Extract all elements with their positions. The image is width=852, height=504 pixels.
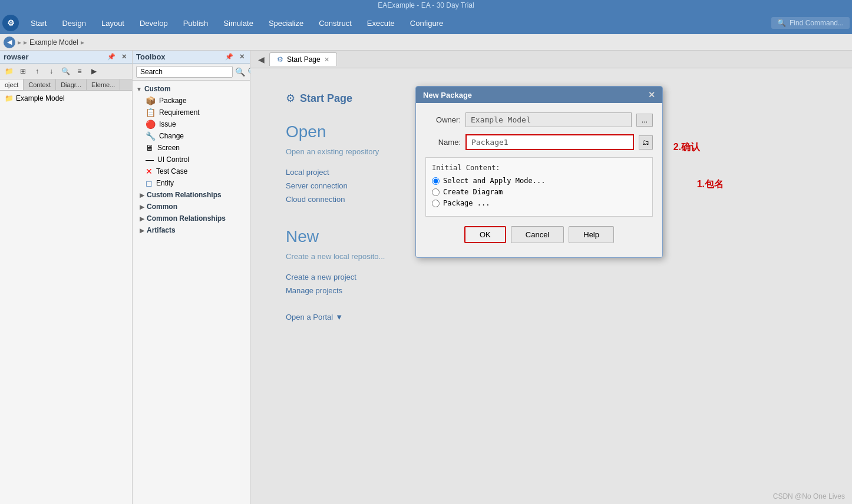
- owner-browse-button[interactable]: ...: [636, 114, 653, 127]
- toolbox-item-testcase-label: Test Case: [156, 167, 187, 175]
- dialog-buttons: OK Cancel Help: [425, 224, 653, 248]
- radio-select-apply-input[interactable]: [432, 177, 440, 185]
- breadcrumb-model[interactable]: Example Model: [29, 38, 78, 47]
- browser-tab-project[interactable]: oject: [0, 79, 24, 90]
- toolbox-item-package[interactable]: 📦 Package: [135, 95, 247, 107]
- section-artifacts-arrow: ▶: [140, 227, 144, 234]
- dialog-cancel-button[interactable]: Cancel: [511, 226, 564, 243]
- tree-item-example-model[interactable]: 📁 Example Model: [2, 93, 130, 104]
- testcase-icon: ✕: [146, 167, 153, 176]
- toolbar-more-btn[interactable]: ▶: [87, 65, 100, 78]
- dialog-help-button[interactable]: Help: [569, 226, 614, 243]
- menu-start[interactable]: Start: [24, 16, 54, 30]
- menu-configure[interactable]: Configure: [403, 16, 450, 30]
- toolbar-down-btn[interactable]: ↓: [45, 65, 58, 78]
- radio-select-apply-label: Select and Apply Mode...: [443, 177, 545, 185]
- menu-design[interactable]: Design: [55, 16, 93, 30]
- toolbox-item-testcase[interactable]: ✕ Test Case: [135, 165, 247, 177]
- toolbox-close-btn[interactable]: ✕: [237, 52, 246, 61]
- section-common-arrow: ▶: [140, 204, 144, 210]
- new-package-dialog: New Package ✕ Owner: ... Name:: [415, 86, 663, 258]
- dialog-ok-button[interactable]: OK: [464, 226, 506, 243]
- browser-tab-context[interactable]: Context: [24, 79, 56, 90]
- annotation-step2: 2.确认: [673, 141, 700, 154]
- browser-panel: rowser 📌 ✕ 📁 ⊞ ↑ ↓ 🔍 ≡ ▶ oject Context D…: [0, 51, 133, 504]
- owner-field: Owner: ...: [425, 112, 653, 127]
- toolbox-item-uicontrol-label: UI Control: [157, 155, 189, 164]
- dialog-body: Owner: ... Name: 🗂 1.包名: [416, 103, 662, 257]
- tab-arrow-left[interactable]: ◀: [254, 52, 268, 67]
- tab-start-page-label: Start Page: [287, 55, 321, 64]
- breadcrumb-bar: ◀ ▸ ▸ Example Model ▸: [0, 34, 852, 51]
- toolbox-section-common-rel[interactable]: ▶ Common Relationships: [135, 213, 247, 224]
- app-title: EAExample - EA - 30 Day Trial: [378, 1, 474, 9]
- browser-close-btn[interactable]: ✕: [120, 52, 128, 61]
- toolbox-item-issue[interactable]: 🔴 Issue: [135, 118, 247, 130]
- tab-start-page[interactable]: ⚙ Start Page ✕: [269, 52, 337, 66]
- browser-toolbar: 📁 ⊞ ↑ ↓ 🔍 ≡ ▶: [0, 64, 132, 79]
- radio-package-label: Package ...: [443, 199, 490, 207]
- browser-tab-eleme[interactable]: Eleme...: [87, 79, 120, 90]
- toolbox-item-requirement-label: Requirement: [159, 108, 200, 117]
- tree-item-label: Example Model: [16, 94, 65, 102]
- radio-create-diagram-input[interactable]: [432, 188, 440, 196]
- content-area: ◀ ⚙ Start Page ✕ ⚙ Start Page Open Open …: [250, 51, 852, 504]
- toolbox-section-custom[interactable]: ▼ Custom: [135, 83, 247, 95]
- menu-publish[interactable]: Publish: [176, 16, 216, 30]
- section-common-rel-label: Common Relationships: [147, 214, 226, 223]
- requirement-icon: 📋: [146, 108, 156, 117]
- toolbar-grid-btn[interactable]: ⊞: [16, 65, 29, 78]
- radio-package[interactable]: Package ...: [432, 199, 646, 207]
- browser-tab-diagr[interactable]: Diagr...: [56, 79, 87, 90]
- title-bar: EAExample - EA - 30 Day Trial: [0, 0, 852, 12]
- radio-package-input[interactable]: [432, 200, 440, 207]
- dialog-close-btn[interactable]: ✕: [648, 90, 655, 100]
- section-custom-rel-label: Custom Relationships: [147, 191, 222, 199]
- section-custom-arrow: ▼: [136, 86, 142, 92]
- toolbox-panel: Toolbox 📌 ✕ 🔍 🔍 ≡ ▼ Custom 📦 Package 📋 R…: [133, 51, 250, 504]
- toolbox-item-requirement[interactable]: 📋 Requirement: [135, 107, 247, 118]
- section-custom-rel-arrow: ▶: [140, 192, 144, 198]
- section-custom-label: Custom: [144, 85, 171, 93]
- section-artifacts-label: Artifacts: [147, 226, 176, 234]
- toolbar-up-btn[interactable]: ↑: [31, 65, 44, 78]
- issue-icon: 🔴: [146, 120, 156, 129]
- menu-simulate[interactable]: Simulate: [216, 16, 260, 30]
- radio-create-diagram[interactable]: Create Diagram: [432, 188, 646, 196]
- tab-bar: ◀ ⚙ Start Page ✕: [250, 51, 852, 68]
- toolbox-pin-btn[interactable]: 📌: [223, 52, 235, 61]
- radio-select-apply[interactable]: Select and Apply Mode...: [432, 177, 646, 185]
- toolbox-item-screen[interactable]: 🖥 Screen: [135, 142, 247, 154]
- name-icon-button[interactable]: 🗂: [639, 135, 653, 150]
- dialog-overlay: New Package ✕ Owner: ... Name:: [250, 68, 852, 504]
- find-command-bar[interactable]: 🔍 Find Command...: [771, 17, 850, 29]
- menu-execute[interactable]: Execute: [360, 16, 402, 30]
- toolbox-item-change[interactable]: 🔧 Change: [135, 130, 247, 142]
- toolbox-section-common[interactable]: ▶ Common: [135, 201, 247, 213]
- toolbox-search-icon[interactable]: 🔍: [235, 67, 245, 77]
- owner-label: Owner:: [425, 115, 461, 124]
- toolbar-folder-btn[interactable]: 📁: [2, 65, 15, 78]
- toolbox-search-input[interactable]: [136, 66, 233, 78]
- toolbox-section-artifacts[interactable]: ▶ Artifacts: [135, 224, 247, 236]
- dialog-title: New Package: [423, 91, 472, 100]
- menu-layout[interactable]: Layout: [94, 16, 131, 30]
- menu-develop[interactable]: Develop: [133, 16, 175, 30]
- section-common-rel-arrow: ▶: [140, 215, 144, 222]
- tab-start-page-close[interactable]: ✕: [324, 56, 329, 64]
- toolbox-item-entity[interactable]: ◻ Entity: [135, 177, 247, 189]
- toolbar-filter-btn[interactable]: 🔍: [59, 65, 72, 78]
- section-common-label: Common: [147, 203, 177, 211]
- annotation-step1: 1.包名: [697, 178, 724, 191]
- menu-construct[interactable]: Construct: [312, 16, 359, 30]
- toolbox-section-custom-rel[interactable]: ▶ Custom Relationships: [135, 189, 247, 201]
- toolbox-search-bar: 🔍 🔍 ≡: [133, 64, 250, 81]
- browser-pin-btn[interactable]: 📌: [105, 52, 117, 61]
- browser-tree: 📁 Example Model: [0, 91, 132, 504]
- toolbox-item-uicontrol[interactable]: — UI Control: [135, 154, 247, 165]
- menu-specialize[interactable]: Specialize: [262, 16, 311, 30]
- toolbar-list-btn[interactable]: ≡: [73, 65, 86, 78]
- name-input[interactable]: [465, 134, 634, 150]
- uicontrol-icon: —: [146, 155, 154, 164]
- nav-back-button[interactable]: ◀: [4, 37, 15, 48]
